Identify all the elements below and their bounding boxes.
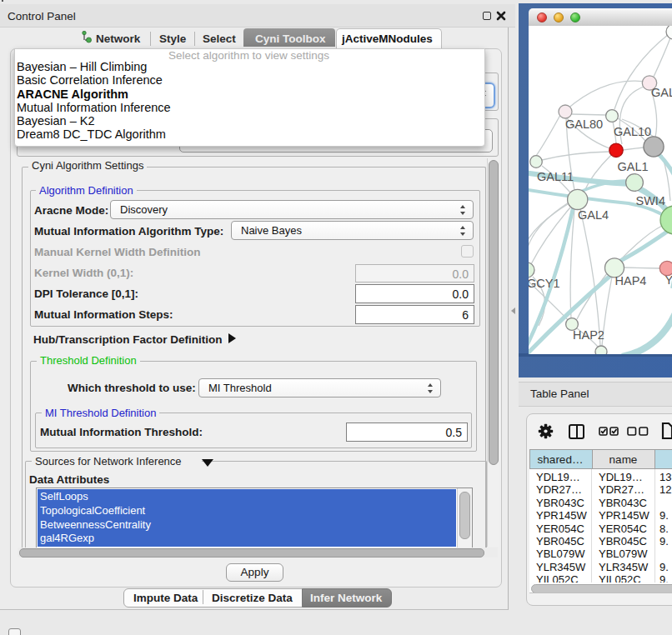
svg-text:YM: YM xyxy=(665,273,672,287)
svg-text:GCY1: GCY1 xyxy=(529,277,560,290)
svg-text:GAL2: GAL2 xyxy=(651,86,672,99)
svg-text:GAL1: GAL1 xyxy=(618,160,649,173)
svg-text:SWI4: SWI4 xyxy=(636,194,665,208)
svg-text:GAL80: GAL80 xyxy=(565,118,603,131)
svg-text:GAL10: GAL10 xyxy=(614,125,651,138)
svg-text:GAL4: GAL4 xyxy=(578,208,609,222)
svg-text:HAP4: HAP4 xyxy=(615,274,647,288)
svg-text:GAL11: GAL11 xyxy=(537,170,574,183)
svg-text:HAP2: HAP2 xyxy=(573,328,604,342)
